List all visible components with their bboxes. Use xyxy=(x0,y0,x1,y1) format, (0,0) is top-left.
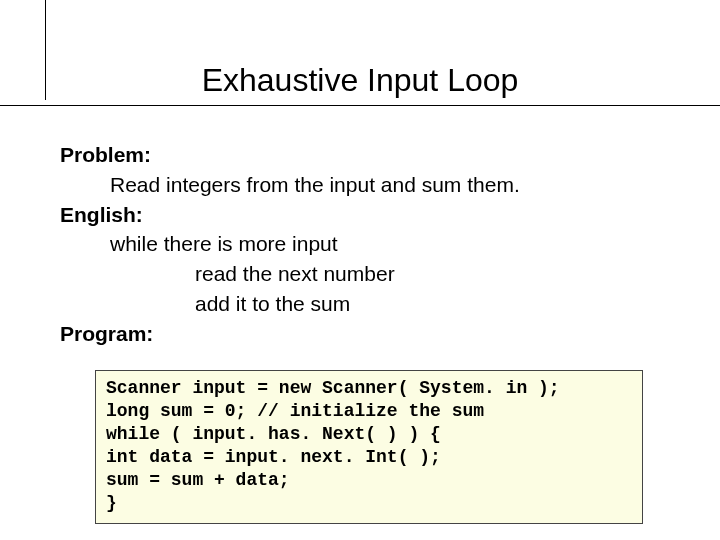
code-line-4: int data = input. next. Int( ); xyxy=(106,447,441,467)
problem-text: Read integers from the input and sum the… xyxy=(60,170,670,200)
content-body: Problem: Read integers from the input an… xyxy=(60,140,670,349)
slide-title: Exhaustive Input Loop xyxy=(0,62,720,105)
code-line-1: Scanner input = new Scanner( System. in … xyxy=(106,378,560,398)
code-line-2: long sum = 0; // initialize the sum xyxy=(106,401,484,421)
english-label: English: xyxy=(60,200,670,230)
english-line-1: while there is more input xyxy=(60,229,670,259)
problem-label: Problem: xyxy=(60,140,670,170)
code-line-5: sum = sum + data; xyxy=(106,470,290,490)
english-line-2: read the next number xyxy=(60,259,670,289)
code-line-3: while ( input. has. Next( ) ) { xyxy=(106,424,441,444)
code-box: Scanner input = new Scanner( System. in … xyxy=(95,370,643,524)
program-label: Program: xyxy=(60,319,670,349)
horizontal-rule xyxy=(0,105,720,106)
english-line-3: add it to the sum xyxy=(60,289,670,319)
code-line-6: } xyxy=(106,493,117,513)
title-block: Exhaustive Input Loop xyxy=(0,62,720,106)
